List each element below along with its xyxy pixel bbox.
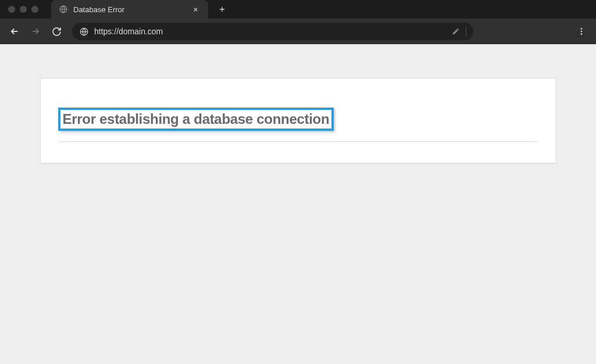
window-maximize-dot[interactable]: [31, 6, 38, 13]
url-text: https://domain.com: [94, 27, 446, 36]
svg-point-4: [581, 33, 583, 35]
window-close-dot[interactable]: [8, 6, 15, 13]
new-tab-button[interactable]: [214, 1, 230, 17]
svg-point-3: [581, 31, 583, 33]
pencil-icon[interactable]: [452, 27, 460, 35]
toolbar: https://domain.com: [0, 19, 596, 44]
window-controls: [0, 6, 47, 13]
browser-chrome: Database Error: [0, 0, 596, 44]
error-heading: Error establishing a database connection: [63, 111, 330, 127]
window-minimize-dot[interactable]: [20, 6, 27, 13]
tab-title: Database Error: [73, 5, 185, 14]
error-card: Error establishing a database connection: [40, 78, 556, 163]
back-button[interactable]: [6, 23, 23, 40]
svg-point-2: [581, 28, 583, 30]
divider-line: [58, 141, 538, 142]
address-bar[interactable]: https://domain.com: [72, 23, 473, 40]
reload-button[interactable]: [48, 23, 65, 40]
browser-menu-button[interactable]: [573, 23, 590, 40]
address-bar-actions: [452, 27, 466, 36]
globe-icon: [59, 5, 67, 13]
divider: [466, 27, 466, 36]
tab-bar: Database Error: [0, 0, 596, 19]
forward-button[interactable]: [27, 23, 44, 40]
error-heading-highlight: Error establishing a database connection: [58, 108, 334, 131]
close-icon[interactable]: [191, 5, 200, 14]
page-viewport: Error establishing a database connection: [0, 44, 596, 364]
browser-tab[interactable]: Database Error: [51, 0, 208, 19]
site-info-icon[interactable]: [79, 27, 88, 36]
